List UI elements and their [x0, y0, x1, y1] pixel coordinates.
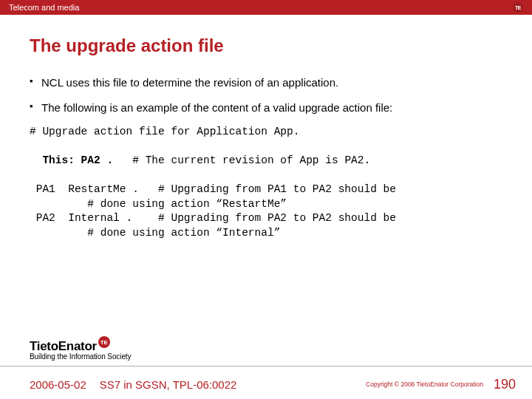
code-block: # Upgrade action file for Application Ap…	[30, 125, 502, 241]
code-line: # Upgrade action file for Application Ap…	[30, 126, 299, 137]
footer-date: 2006-05-02	[30, 378, 86, 391]
list-item: The following is an example of the conte…	[30, 100, 502, 115]
logo-badge-icon: TE	[98, 336, 110, 348]
footer-copyright: Copyright © 2006 TietoEnator Corporation	[366, 381, 483, 388]
logo-tagline: Building the Information Society	[30, 352, 131, 361]
logo-block: TietoEnator TE Building the Information …	[30, 339, 131, 361]
top-bar: Telecom and media TE	[0, 0, 532, 15]
page-title: The upgrade action file	[30, 35, 502, 56]
code-this-comment: # The current revision of App is PA2.	[113, 154, 370, 166]
list-item: NCL uses this file to determine the revi…	[30, 75, 502, 90]
top-bar-section: Telecom and media	[9, 3, 79, 12]
footer-page-number: 190	[494, 377, 516, 392]
footer-doc: SS7 in SGSN, TPL-06:0022	[100, 378, 237, 391]
bullet-list: NCL uses this file to determine the revi…	[30, 75, 502, 115]
footer-divider	[0, 366, 532, 366]
logo-text: TietoEnator	[30, 339, 97, 354]
slide-content: The upgrade action file NCL uses this fi…	[0, 15, 532, 241]
code-line: PA1 RestartMe . # Upgrading from PA1 to …	[30, 183, 396, 195]
footer: 2006-05-02 SS7 in SGSN, TPL-06:0022 Copy…	[0, 369, 532, 399]
code-line: # done using action “RestartMe”	[30, 198, 287, 210]
code-line: # done using action “Internal”	[30, 227, 280, 239]
brand-badge-icon: TE	[513, 2, 523, 13]
code-line: PA2 Internal . # Upgrading from PA2 to P…	[30, 212, 396, 224]
code-this-label: This: PA2 .	[30, 154, 113, 166]
